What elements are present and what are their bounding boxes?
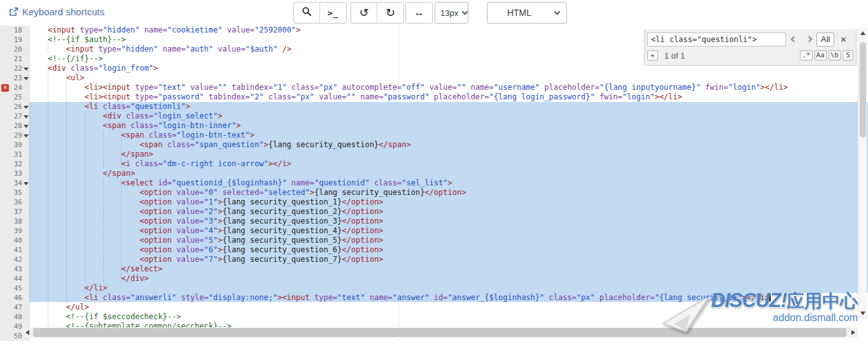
code-line-text[interactable]: </span>: [29, 169, 868, 178]
fold-arrow-icon[interactable]: [24, 134, 29, 138]
code-line[interactable]: 28 <span class="login-btn-inner">: [0, 121, 868, 131]
gutter-cell[interactable]: 26: [0, 102, 29, 111]
gutter-cell[interactable]: 21: [0, 54, 29, 64]
gutter-cell[interactable]: 45: [0, 283, 29, 293]
code-line-text[interactable]: </ul>: [29, 303, 868, 312]
gutter-cell[interactable]: 25: [0, 92, 29, 102]
code-line-text[interactable]: </div>: [29, 274, 868, 283]
code-line[interactable]: 31 </span>: [0, 150, 868, 159]
font-size-select[interactable]: 13px: [435, 2, 468, 24]
gutter-cell[interactable]: 40: [0, 236, 29, 245]
vertical-scrollbar[interactable]: [858, 28, 867, 319]
fold-arrow-icon[interactable]: [24, 77, 29, 80]
code-line[interactable]: 46 <li class="answerli" style="display:n…: [0, 293, 868, 303]
code-line[interactable]: 35 <option value="0" selected="selected"…: [0, 188, 868, 197]
fold-arrow-icon[interactable]: [24, 115, 29, 118]
code-line[interactable]: 33 </span>: [0, 169, 868, 178]
gutter-cell[interactable]: 41: [0, 245, 29, 255]
search-button[interactable]: [294, 3, 320, 23]
code-line[interactable]: 36 <option value="1">{lang security_ques…: [0, 197, 868, 207]
code-line-text[interactable]: <li><input type="text" value="" tabindex…: [29, 83, 868, 92]
gutter-cell[interactable]: 48: [0, 312, 29, 322]
code-line-text[interactable]: <option value="0" selected="selected">{l…: [29, 188, 868, 197]
code-line[interactable]: 34 <select id="questionid_{$loginhash}" …: [0, 178, 868, 188]
code-line[interactable]: 30 <span class="span_question">{lang sec…: [0, 140, 868, 150]
code-line[interactable]: 43 </select>: [0, 264, 868, 274]
code-line-text[interactable]: <select id="questionid_{$loginhash}" nam…: [29, 178, 868, 188]
horizontal-scrollbar[interactable]: [23, 327, 858, 338]
gutter-cell[interactable]: 38: [0, 217, 29, 226]
gutter-cell[interactable]: 43: [0, 264, 29, 274]
horizontal-scrollbar-thumb[interactable]: [33, 328, 846, 337]
fold-arrow-icon[interactable]: [24, 106, 29, 109]
redo-button[interactable]: ↻: [377, 3, 403, 23]
gutter-cell[interactable]: 42: [0, 255, 29, 264]
mode-select[interactable]: HTML: [487, 2, 567, 24]
gutter-cell[interactable]: ✕24: [0, 83, 29, 92]
code-line-text[interactable]: <option value="2">{lang security_questio…: [29, 207, 868, 217]
code-line[interactable]: 23 <ul>: [0, 73, 868, 83]
code-line-text[interactable]: <span class="span_question">{lang securi…: [29, 140, 868, 150]
scroll-right-arrow-icon[interactable]: [851, 330, 855, 335]
gutter-cell[interactable]: 30: [0, 140, 29, 150]
toggle-replace-button[interactable]: +: [647, 50, 658, 61]
code-line-text[interactable]: <i class="dm-c-right icon-arrow"></i>: [29, 159, 868, 169]
gutter-cell[interactable]: 44: [0, 274, 29, 283]
scroll-down-arrow-icon[interactable]: [860, 312, 865, 315]
code-line[interactable]: 41 <option value="6">{lang security_ques…: [0, 245, 868, 255]
code-line-text[interactable]: <option value="4">{lang security_questio…: [29, 226, 868, 236]
case-sensitive-toggle-button[interactable]: Aa: [815, 50, 827, 61]
gutter-cell[interactable]: 28: [0, 121, 29, 131]
gutter-cell[interactable]: 22: [0, 64, 29, 73]
code-line-text[interactable]: <option value="1">{lang security_questio…: [29, 197, 868, 207]
code-line[interactable]: 38 <option value="3">{lang security_ques…: [0, 217, 868, 226]
code-line-text[interactable]: <li><input type="password" tabindex="2" …: [29, 92, 868, 102]
next-match-button[interactable]: [801, 32, 816, 47]
gutter-cell[interactable]: 37: [0, 207, 29, 217]
code-line-text[interactable]: <!--{if $seccodecheck}-->: [29, 312, 868, 322]
scroll-up-arrow-icon[interactable]: [860, 31, 865, 35]
code-line[interactable]: ✕24 <li><input type="text" value="" tabi…: [0, 83, 868, 92]
code-line-text[interactable]: <li class="questionli">: [29, 102, 868, 111]
code-line-text[interactable]: </span>: [29, 150, 868, 159]
command-button[interactable]: >_: [320, 3, 346, 23]
keyboard-shortcuts-link[interactable]: Keyboard shortcuts: [9, 6, 104, 17]
code-line[interactable]: 40 <option value="5">{lang security_ques…: [0, 236, 868, 245]
gutter-cell[interactable]: 19: [0, 35, 29, 45]
fold-arrow-icon[interactable]: [24, 182, 29, 185]
gutter-cell[interactable]: 31: [0, 150, 29, 159]
code-line[interactable]: 37 <option value="2">{lang security_ques…: [0, 207, 868, 217]
code-line-text[interactable]: <ul>: [29, 73, 868, 83]
gutter-cell[interactable]: 27: [0, 111, 29, 121]
word-wrap-button[interactable]: ↔: [406, 3, 432, 23]
previous-match-button[interactable]: [786, 32, 801, 47]
code-line[interactable]: 29 <span class="login-btn-text">: [0, 131, 868, 140]
code-line-text[interactable]: <option value="6">{lang security_questio…: [29, 245, 868, 255]
gutter-cell[interactable]: 36: [0, 197, 29, 207]
gutter-cell[interactable]: 34: [0, 178, 29, 188]
gutter-cell[interactable]: 20: [0, 45, 29, 54]
gutter-cell[interactable]: 23: [0, 73, 29, 83]
vertical-scrollbar-thumb[interactable]: [860, 42, 866, 138]
code-line[interactable]: 42 <option value="7">{lang security_ques…: [0, 255, 868, 264]
fold-arrow-icon[interactable]: [24, 68, 29, 71]
code-line-text[interactable]: <option value="7">{lang security_questio…: [29, 255, 868, 264]
code-line-text[interactable]: <span class="login-btn-inner">: [29, 121, 868, 131]
code-line-text[interactable]: <li class="answerli" style="display:none…: [29, 293, 868, 303]
close-search-button[interactable]: ×: [837, 34, 850, 45]
regex-toggle-button[interactable]: .*: [800, 50, 812, 61]
gutter-cell[interactable]: 18: [0, 25, 29, 35]
code-line-text[interactable]: </select>: [29, 264, 868, 274]
code-line-text[interactable]: <option value="3">{lang security_questio…: [29, 217, 868, 226]
gutter-cell[interactable]: 33: [0, 169, 29, 178]
code-line[interactable]: 47 </ul>: [0, 303, 868, 312]
code-line-text[interactable]: <div class="login_select">: [29, 111, 868, 121]
code-line[interactable]: 44 </div>: [0, 274, 868, 283]
code-line[interactable]: 26 <li class="questionli">: [0, 102, 868, 111]
whole-word-toggle-button[interactable]: \b: [829, 50, 841, 61]
gutter-cell[interactable]: 29: [0, 131, 29, 140]
code-line-text[interactable]: </li>: [29, 283, 868, 293]
code-line[interactable]: 45 </li>: [0, 283, 868, 293]
find-all-button[interactable]: All: [816, 32, 834, 47]
code-line[interactable]: 39 <option value="4">{lang security_ques…: [0, 226, 868, 236]
